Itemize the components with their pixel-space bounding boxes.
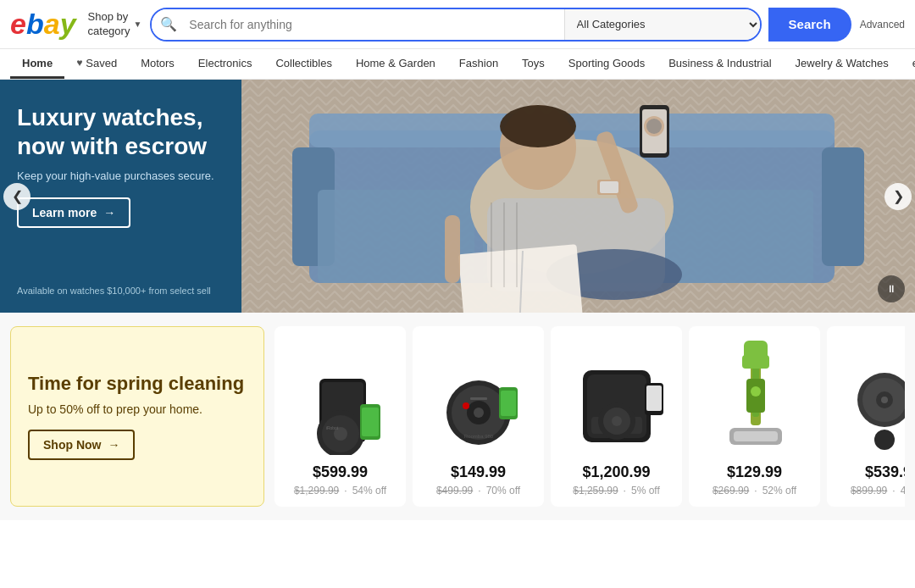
svg-text:iRobot: iRobot bbox=[325, 425, 338, 430]
product-discount: · bbox=[478, 485, 480, 496]
spring-promo-subtitle: Up to 50% off to prep your home. bbox=[28, 402, 247, 416]
logo-a: a bbox=[44, 8, 60, 41]
svg-rect-56 bbox=[734, 431, 778, 441]
product-original-price: $269.99 bbox=[713, 485, 749, 496]
nav-item-toys[interactable]: Toys bbox=[510, 49, 557, 79]
nav-item-business[interactable]: Business & Industrial bbox=[657, 49, 783, 79]
product-illustration-5 bbox=[838, 336, 906, 455]
product-card[interactable]: $129.99 $269.99 · 52% off bbox=[689, 326, 820, 507]
product-meta: $899.99 · 40% off bbox=[851, 485, 905, 496]
products-grid: iRobot $599.99 $1,299.99 · 54% off bbox=[274, 326, 905, 507]
logo-b: b bbox=[26, 8, 44, 41]
product-original-price: $1,299.99 bbox=[294, 485, 339, 496]
saved-label: Saved bbox=[86, 57, 117, 69]
product-card[interactable]: iRobot $599.99 $1,299.99 · 54% off bbox=[274, 326, 406, 507]
svg-rect-43 bbox=[501, 391, 516, 416]
hero-learn-more-button[interactable]: Learn more → bbox=[17, 197, 130, 228]
product-original-price: $899.99 bbox=[851, 485, 887, 496]
search-bar: 🔍 All CategoriesAntiquesArtBabyBooksBusi… bbox=[150, 8, 761, 42]
product-price: $539.99 bbox=[865, 463, 905, 481]
search-button[interactable]: Search bbox=[768, 8, 851, 42]
product-discount: · bbox=[624, 485, 626, 496]
chevron-down-icon: ▼ bbox=[133, 19, 141, 29]
shop-by-category-button[interactable]: Shop by category ▼ bbox=[88, 10, 142, 39]
hero-background bbox=[241, 80, 915, 313]
svg-rect-18 bbox=[600, 181, 618, 193]
product-illustration-3 bbox=[562, 336, 672, 455]
product-discount: · bbox=[754, 485, 757, 496]
product-discount: · bbox=[892, 485, 895, 496]
nav-item-home[interactable]: Home bbox=[10, 49, 64, 79]
hero-next-button[interactable]: ❯ bbox=[884, 183, 912, 210]
product-image bbox=[557, 336, 676, 455]
product-meta: $269.99 · 52% off bbox=[713, 485, 796, 496]
product-price: $599.99 bbox=[313, 463, 368, 481]
nav-item-ebay-live[interactable]: eBay Live bbox=[901, 49, 915, 79]
product-discount-pct: 52% off bbox=[762, 485, 796, 496]
nav-item-collectibles[interactable]: Collectibles bbox=[263, 49, 343, 79]
svg-point-20 bbox=[646, 119, 662, 134]
svg-point-11 bbox=[500, 105, 576, 147]
logo-e: e bbox=[10, 8, 26, 41]
product-original-price: $499.99 bbox=[436, 485, 473, 496]
product-card[interactable]: $539.99 $899.99 · 40% off bbox=[827, 326, 905, 507]
product-price: $129.99 bbox=[727, 463, 782, 481]
shop-now-button[interactable]: Shop Now → bbox=[28, 430, 135, 460]
hero-pause-button[interactable]: ⏸ bbox=[878, 275, 905, 302]
product-illustration-4 bbox=[700, 336, 810, 455]
product-original-price: $1,259.99 bbox=[573, 485, 618, 496]
svg-point-40 bbox=[463, 402, 469, 409]
hero-content-left: Luxury watches, now with escrow Keep you… bbox=[0, 80, 241, 313]
svg-rect-59 bbox=[742, 355, 769, 369]
shop-label-line1: Shop by bbox=[88, 10, 129, 23]
shop-label-line2: category bbox=[88, 25, 130, 37]
hero-fine-print: Available on watches $10,000+ from selec… bbox=[17, 279, 225, 296]
category-select[interactable]: All CategoriesAntiquesArtBabyBooksBusine… bbox=[564, 9, 760, 40]
svg-rect-33 bbox=[362, 408, 379, 436]
spring-promo-title: Time for spring cleaning bbox=[28, 373, 247, 395]
nav-item-jewelry[interactable]: Jewelry & Watches bbox=[784, 49, 901, 79]
learn-more-label: Learn more bbox=[32, 206, 97, 219]
nav-item-motors[interactable]: Motors bbox=[129, 49, 186, 79]
product-card[interactable]: $1,200.99 $1,259.99 · 5% off bbox=[551, 326, 682, 507]
advanced-search-link[interactable]: Advanced bbox=[860, 19, 905, 31]
svg-rect-39 bbox=[470, 397, 487, 400]
product-card[interactable]: Roomba 980 $149.99 $499.99 · 70% off bbox=[413, 326, 544, 507]
product-image bbox=[696, 336, 814, 455]
product-meta: $499.99 · 70% off bbox=[436, 485, 520, 496]
hero-image bbox=[241, 80, 915, 313]
svg-point-49 bbox=[612, 416, 622, 426]
svg-point-66 bbox=[874, 430, 895, 450]
nav-item-saved[interactable]: ♥ Saved bbox=[64, 49, 129, 79]
product-discount-pct: 40% off bbox=[901, 485, 905, 496]
hero-banner: ❮ Luxury watches, now with escrow Keep y… bbox=[0, 80, 915, 313]
hero-title: Luxury watches, now with escrow bbox=[17, 103, 225, 160]
hero-subtitle: Keep your high-value purchases secure. bbox=[17, 169, 225, 184]
product-meta: $1,299.99 · 54% off bbox=[294, 485, 386, 496]
hero-prev-button[interactable]: ❮ bbox=[3, 183, 30, 210]
ebay-logo[interactable]: e b a y bbox=[10, 8, 76, 41]
search-magnifier-icon: 🔍 bbox=[152, 9, 186, 40]
nav-item-fashion[interactable]: Fashion bbox=[447, 49, 510, 79]
hero-illustration bbox=[241, 80, 915, 313]
products-section: Time for spring cleaning Up to 50% off t… bbox=[0, 313, 915, 520]
nav-item-sporting-goods[interactable]: Sporting Goods bbox=[557, 49, 657, 79]
product-discount-pct: 70% off bbox=[486, 485, 520, 496]
heart-icon: ♥ bbox=[76, 57, 82, 69]
arrow-right-icon: → bbox=[108, 438, 119, 452]
spring-promo-card: Time for spring cleaning Up to 50% off t… bbox=[10, 326, 264, 507]
product-discount-pct: 5% off bbox=[631, 485, 660, 496]
main-navigation: Home ♥ Saved Motors Electronics Collecti… bbox=[0, 49, 915, 80]
svg-rect-5 bbox=[822, 147, 864, 266]
svg-text:Roomba 980: Roomba 980 bbox=[463, 434, 493, 439]
nav-item-home-garden[interactable]: Home & Garden bbox=[344, 49, 447, 79]
svg-point-58 bbox=[751, 386, 761, 397]
product-price: $1,200.99 bbox=[582, 463, 650, 481]
search-input[interactable] bbox=[186, 9, 563, 40]
product-image: iRobot bbox=[281, 336, 400, 455]
svg-point-63 bbox=[881, 397, 888, 403]
product-discount: · bbox=[344, 485, 347, 496]
logo-y: y bbox=[60, 8, 76, 41]
shop-now-label: Shop Now bbox=[43, 438, 101, 452]
nav-item-electronics[interactable]: Electronics bbox=[186, 49, 264, 79]
